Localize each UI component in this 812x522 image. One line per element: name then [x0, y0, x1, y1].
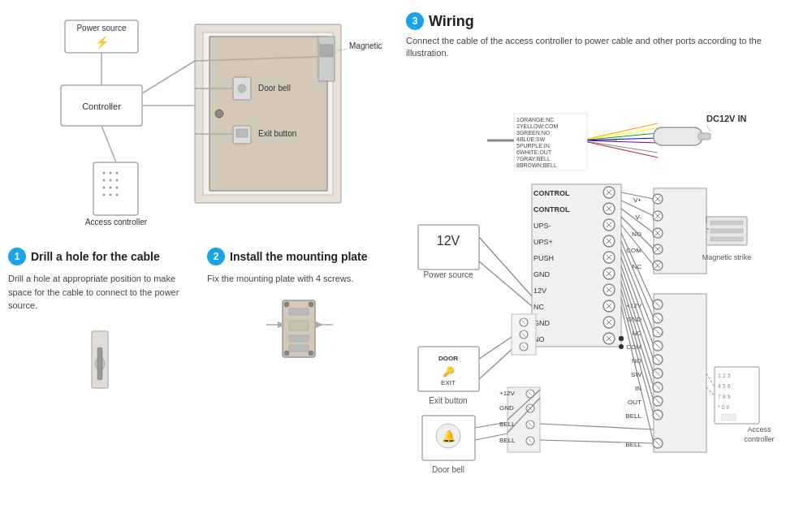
svg-point-28 — [110, 187, 112, 189]
svg-line-122 — [479, 237, 532, 296]
right-panel: 3 Wiring Connect the cable of the access… — [398, 0, 812, 522]
svg-rect-66 — [698, 133, 710, 140]
svg-rect-44 — [289, 308, 309, 315]
svg-point-27 — [103, 187, 106, 189]
svg-text:Access: Access — [747, 425, 771, 434]
wiring-section-header: 3 Wiring — [406, 12, 804, 30]
svg-text:6WHITE:OUT: 6WHITE:OUT — [516, 149, 552, 155]
svg-rect-42 — [97, 347, 102, 380]
svg-rect-45 — [289, 321, 309, 330]
svg-line-248 — [540, 424, 654, 429]
svg-text:controller: controller — [744, 435, 774, 443]
svg-text:OUT: OUT — [628, 399, 641, 406]
svg-text:Power source: Power source — [423, 270, 473, 279]
svg-text:CONTROL: CONTROL — [533, 189, 570, 197]
left-panel: Power source ⚡ Controller Ma — [0, 0, 398, 522]
step1-description: Drill a hole at appropriate position to … — [8, 272, 191, 313]
svg-line-64 — [581, 140, 658, 157]
svg-text:Magnetic strike: Magnetic strike — [349, 41, 382, 50]
step1: 1 Drill a hole for the cable Drill a hol… — [8, 248, 191, 400]
step1-header: 1 Drill a hole for the cable — [8, 248, 191, 265]
step2-circle: 2 — [207, 248, 225, 265]
svg-rect-181 — [710, 237, 743, 241]
svg-point-30 — [103, 194, 106, 196]
svg-text:DC12V IN: DC12V IN — [706, 114, 747, 123]
step2-image — [207, 292, 390, 373]
wiring-diagram: 1ORANGE:NC 2YELLOW:COM 3GREEN:NO 4BLUE:S… — [406, 67, 804, 472]
svg-point-22 — [110, 172, 112, 175]
svg-text:*  0  #: * 0 # — [718, 404, 730, 410]
svg-text:Magnetic strike: Magnetic strike — [702, 253, 752, 261]
step1-circle: 1 — [8, 248, 26, 265]
svg-text:Controller: Controller — [82, 101, 121, 111]
svg-text:🔔: 🔔 — [442, 429, 456, 443]
main-container: Power source ⚡ Controller Ma — [0, 0, 812, 522]
wiring-section-title: Wiring — [429, 13, 474, 30]
svg-text:1ORANGE:NC: 1ORANGE:NC — [516, 117, 554, 123]
svg-text:Exit button: Exit button — [429, 396, 467, 405]
svg-line-77 — [706, 125, 710, 132]
steps-section: 1 Drill a hole for the cable Drill a hol… — [8, 248, 390, 400]
svg-text:V+: V+ — [633, 196, 641, 204]
svg-text:3GREEN:NO: 3GREEN:NO — [516, 130, 551, 136]
svg-text:GND: GND — [533, 270, 551, 278]
svg-rect-47 — [289, 345, 309, 352]
svg-text:UPS+: UPS+ — [533, 238, 553, 246]
svg-point-31 — [110, 194, 112, 196]
svg-text:BELL: BELL — [499, 437, 516, 444]
svg-rect-65 — [654, 127, 702, 145]
step2: 2 Install the mounting plate Fix the mou… — [207, 248, 390, 400]
svg-text:🔑: 🔑 — [443, 365, 455, 377]
wiring-svg: 1ORANGE:NC 2YELLOW:COM 3GREEN:NO 4BLUE:S… — [406, 67, 812, 481]
svg-text:Door bell: Door bell — [432, 465, 464, 474]
step2-title: Install the mounting plate — [230, 250, 368, 263]
svg-text:12V: 12V — [437, 234, 460, 248]
svg-point-21 — [103, 172, 106, 175]
svg-text:Exit button: Exit button — [258, 129, 296, 138]
svg-point-29 — [116, 187, 119, 189]
installation-diagram: Power source ⚡ Controller Ma — [8, 12, 382, 231]
svg-text:+12V: +12V — [499, 390, 516, 397]
svg-text:7GRAY:BELL: 7GRAY:BELL — [516, 156, 551, 162]
svg-text:⚡: ⚡ — [95, 36, 110, 50]
svg-line-34 — [102, 126, 116, 162]
svg-rect-228 — [721, 414, 736, 421]
svg-rect-11 — [320, 45, 333, 57]
svg-point-50 — [284, 351, 289, 356]
svg-text:4BLUE:SW: 4BLUE:SW — [516, 136, 546, 142]
svg-text:BELL: BELL — [625, 441, 641, 448]
step1-image — [8, 319, 191, 400]
svg-text:GND: GND — [499, 404, 514, 412]
svg-text:DOOR: DOOR — [438, 355, 458, 362]
step2-description: Fix the mounting plate with 4 screws. — [207, 272, 390, 286]
svg-line-242 — [621, 306, 654, 443]
svg-point-9 — [215, 110, 223, 118]
svg-point-26 — [116, 179, 119, 182]
svg-point-51 — [309, 351, 313, 356]
svg-point-244 — [619, 336, 624, 341]
svg-rect-10 — [318, 37, 335, 81]
svg-line-189 — [621, 209, 654, 233]
svg-rect-20 — [93, 162, 138, 215]
svg-text:BELL: BELL — [625, 412, 641, 420]
svg-point-25 — [110, 179, 112, 182]
wiring-section-circle: 3 — [406, 12, 424, 30]
svg-text:EXIT: EXIT — [441, 379, 456, 386]
svg-text:12V: 12V — [533, 287, 546, 295]
step1-title: Drill a hole for the cable — [31, 250, 160, 263]
svg-line-231 — [706, 373, 715, 387]
svg-rect-18 — [236, 129, 248, 137]
svg-text:PUSH: PUSH — [533, 254, 554, 262]
svg-point-48 — [284, 302, 289, 307]
svg-text:8BROWN:BELL: 8BROWN:BELL — [516, 162, 557, 168]
svg-line-57 — [581, 123, 658, 140]
step2-header: 2 Install the mounting plate — [207, 248, 390, 265]
svg-rect-179 — [710, 221, 743, 225]
wiring-description: Connect the cable of the access controll… — [406, 35, 804, 60]
svg-line-123 — [479, 261, 532, 306]
svg-text:4  5  6: 4 5 6 — [718, 383, 731, 389]
svg-point-32 — [116, 194, 119, 196]
svg-text:Door bell: Door bell — [258, 84, 291, 93]
svg-text:UPS-: UPS- — [533, 222, 551, 230]
svg-text:CONTROL: CONTROL — [533, 205, 570, 214]
